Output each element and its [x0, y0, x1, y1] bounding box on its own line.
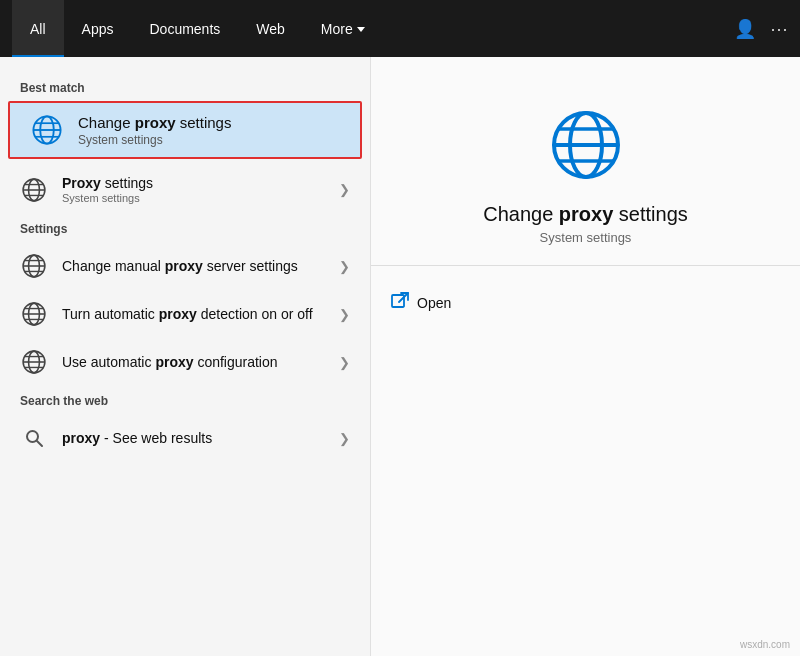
chevron-down-icon: [357, 27, 365, 32]
left-panel: Best match Change proxy settings System …: [0, 57, 370, 656]
turn-auto-proxy-icon: [20, 300, 48, 328]
tab-web-label: Web: [256, 21, 285, 37]
turn-auto-proxy-item[interactable]: Turn automatic proxy detection on or off…: [0, 290, 370, 338]
right-panel-subtitle: System settings: [540, 230, 632, 245]
chevron-right-icon: ❯: [339, 259, 350, 274]
best-match-icon: [30, 113, 64, 147]
tab-more-label: More: [321, 21, 353, 37]
right-panel-divider: [371, 265, 800, 266]
tab-bar: All Apps Documents Web More: [12, 0, 383, 57]
best-match-item[interactable]: Change proxy settings System settings: [8, 101, 362, 159]
change-manual-proxy-text: Change manual proxy server settings: [62, 258, 298, 274]
tab-documents-label: Documents: [149, 21, 220, 37]
open-label: Open: [417, 295, 451, 311]
chevron-right-icon: ❯: [339, 182, 350, 197]
proxy-settings-title: Proxy settings: [62, 175, 153, 191]
change-manual-proxy-icon: [20, 252, 48, 280]
proxy-settings-icon: [20, 176, 48, 204]
proxy-settings-text: Proxy settings System settings: [62, 175, 153, 204]
search-icon: [20, 424, 48, 452]
tab-web[interactable]: Web: [238, 0, 303, 57]
right-panel: Change proxy settings System settings Op…: [370, 57, 800, 656]
use-auto-proxy-icon: [20, 348, 48, 376]
use-auto-proxy-title: Use automatic proxy configuration: [62, 354, 278, 370]
search-web-item[interactable]: proxy - See web results ❯: [0, 414, 370, 462]
right-panel-title: Change proxy settings: [483, 203, 688, 226]
open-button[interactable]: Open: [371, 286, 800, 320]
svg-line-26: [37, 441, 42, 446]
best-match-subtitle: System settings: [78, 133, 231, 147]
settings-label: Settings: [0, 214, 370, 242]
tab-more[interactable]: More: [303, 0, 383, 57]
best-match-text: Change proxy settings System settings: [78, 114, 231, 147]
search-header: All Apps Documents Web More 👤 ⋯: [0, 0, 800, 57]
tab-documents[interactable]: Documents: [131, 0, 238, 57]
search-web-query: proxy - See web results: [62, 430, 212, 446]
proxy-settings-item[interactable]: Proxy settings System settings ❯: [0, 165, 370, 214]
use-auto-proxy-item[interactable]: Use automatic proxy configuration ❯: [0, 338, 370, 386]
ellipsis-icon[interactable]: ⋯: [770, 18, 788, 40]
best-match-title: Change proxy settings: [78, 114, 231, 131]
chevron-right-icon: ❯: [339, 355, 350, 370]
open-icon: [391, 292, 409, 314]
chevron-right-icon: ❯: [339, 431, 350, 446]
use-auto-proxy-text: Use automatic proxy configuration: [62, 354, 278, 370]
search-web-label: Search the web: [0, 386, 370, 414]
right-panel-app-icon: [546, 105, 626, 185]
watermark: wsxdn.com: [740, 639, 790, 650]
best-match-label: Best match: [0, 73, 370, 101]
turn-auto-proxy-text: Turn automatic proxy detection on or off: [62, 306, 313, 322]
change-manual-proxy-item[interactable]: Change manual proxy server settings ❯: [0, 242, 370, 290]
chevron-right-icon: ❯: [339, 307, 350, 322]
tab-apps[interactable]: Apps: [64, 0, 132, 57]
tab-apps-label: Apps: [82, 21, 114, 37]
person-icon[interactable]: 👤: [734, 18, 756, 40]
search-web-text: proxy - See web results: [62, 430, 212, 446]
svg-rect-32: [392, 295, 404, 307]
main-content: Best match Change proxy settings System …: [0, 57, 800, 656]
tab-all-label: All: [30, 21, 46, 37]
change-manual-proxy-title: Change manual proxy server settings: [62, 258, 298, 274]
tab-all[interactable]: All: [12, 0, 64, 57]
proxy-settings-subtitle: System settings: [62, 192, 153, 204]
header-actions: 👤 ⋯: [734, 18, 788, 40]
turn-auto-proxy-title: Turn automatic proxy detection on or off: [62, 306, 313, 322]
